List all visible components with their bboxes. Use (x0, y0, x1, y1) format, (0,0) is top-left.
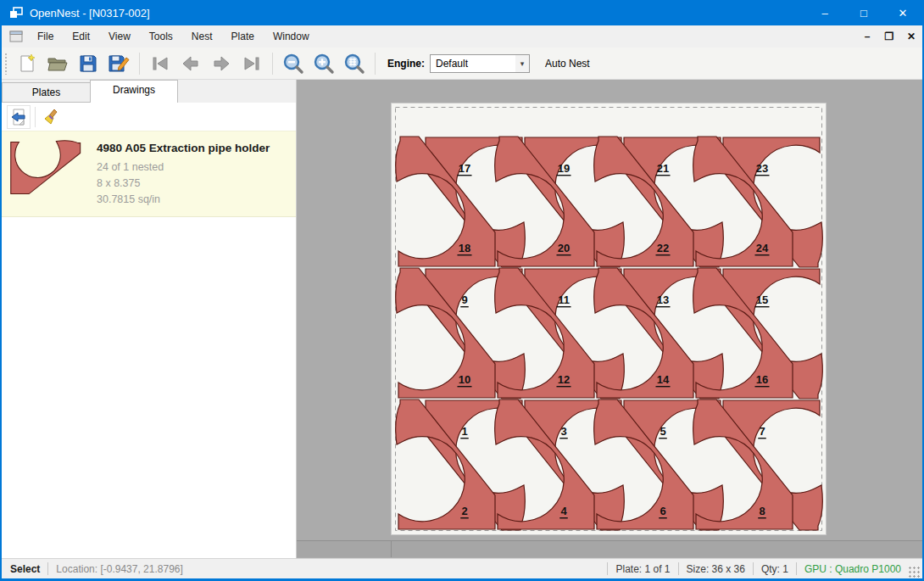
next-plate-button[interactable] (209, 51, 234, 76)
chevron-down-icon[interactable]: ▾ (515, 55, 529, 72)
clear-button[interactable] (40, 105, 64, 129)
status-gpu: GPU : Quadro P1000 (804, 563, 901, 575)
svg-text:2: 2 (461, 505, 467, 517)
menu-window[interactable]: Window (264, 26, 319, 47)
title-bar: OpenNest - [N0317-002] – □ ✕ (2, 0, 922, 25)
auto-nest-button[interactable]: Auto Nest (540, 54, 595, 73)
svg-text:11: 11 (558, 293, 570, 306)
svg-text:15: 15 (756, 293, 768, 306)
page-back-arrow-icon (9, 108, 28, 126)
drawing-nested-count: 24 of 1 nested (97, 159, 270, 176)
last-arrow-icon (242, 53, 262, 74)
mdi-child-icon (9, 31, 23, 42)
previous-plate-button[interactable] (178, 51, 203, 76)
mdi-close-button[interactable]: ✕ (900, 31, 922, 42)
maximize-button[interactable]: □ (844, 0, 883, 25)
close-button[interactable]: ✕ (883, 0, 922, 25)
svg-text:9: 9 (461, 293, 467, 306)
last-plate-button[interactable] (239, 51, 264, 76)
svg-text:24: 24 (756, 242, 769, 254)
menu-nest[interactable]: Nest (182, 26, 222, 47)
svg-text:7: 7 (759, 425, 765, 438)
new-file-icon (17, 53, 37, 74)
menu-bar: File Edit View Tools Nest Plate Window –… (2, 25, 922, 47)
return-part-button[interactable] (7, 105, 31, 129)
previous-arrow-icon (181, 53, 201, 74)
svg-text:10: 10 (459, 373, 470, 386)
zoom-in-button[interactable] (311, 51, 337, 76)
menu-edit[interactable]: Edit (63, 26, 99, 47)
statusbar-separator (607, 562, 608, 575)
drawing-size: 8 x 8.375 (97, 176, 270, 192)
save-as-icon (108, 53, 130, 74)
mdi-restore-button[interactable]: ❐ (878, 31, 900, 42)
open-folder-icon (47, 53, 69, 74)
statusbar-separator (47, 562, 48, 575)
sidebar-tabs: Plates Drawings (2, 80, 296, 103)
status-location: Location: [-0.9437, 21.8796] (56, 563, 182, 575)
toolbar-separator (35, 107, 36, 127)
zoom-fit-icon (343, 53, 365, 75)
save-as-button[interactable] (106, 51, 131, 76)
part-thumbnail (10, 140, 85, 199)
save-button[interactable] (75, 51, 101, 76)
status-bar: Select Location: [-0.9437, 21.8796] Plat… (2, 558, 922, 578)
svg-text:1: 1 (461, 425, 467, 438)
svg-text:18: 18 (459, 242, 470, 254)
toolbar-separator (375, 53, 376, 75)
zoom-out-button[interactable] (281, 51, 306, 76)
menu-tools[interactable]: Tools (140, 26, 182, 47)
svg-text:17: 17 (459, 162, 470, 175)
open-file-button[interactable] (45, 51, 70, 76)
minimize-button[interactable]: – (805, 0, 844, 25)
svg-text:23: 23 (756, 162, 768, 175)
status-mode: Select (10, 563, 40, 575)
status-size: Size: 36 x 36 (687, 563, 745, 575)
first-arrow-icon (150, 53, 170, 74)
svg-text:6: 6 (660, 505, 665, 517)
drawings-toolbar (2, 103, 296, 131)
drawing-title: 4980 A05 Extraction pipe holder (97, 142, 270, 154)
toolbar-grip (4, 53, 8, 75)
zoom-fit-button[interactable] (342, 51, 367, 76)
broom-icon (42, 108, 61, 126)
tab-plates[interactable]: Plates (2, 82, 90, 103)
status-plate: Plate: 1 of 1 (615, 563, 670, 575)
scrollbar-thumb-edge (391, 541, 392, 557)
mdi-minimize-button[interactable]: – (856, 31, 878, 42)
sidebar: Plates Drawings (2, 80, 297, 558)
svg-text:20: 20 (558, 242, 570, 254)
plate-view[interactable]: 171819202122232491011121314151612345678 (391, 103, 827, 535)
statusbar-separator (796, 562, 797, 575)
zoom-out-icon (282, 53, 304, 75)
menu-view[interactable]: View (99, 26, 140, 47)
drawing-list-item[interactable]: 4980 A05 Extraction pipe holder 24 of 1 … (2, 131, 296, 217)
toolbar-separator (139, 53, 140, 75)
svg-text:5: 5 (660, 425, 665, 438)
svg-text:19: 19 (558, 162, 570, 175)
zoom-in-icon (313, 53, 335, 75)
menu-file[interactable]: File (28, 26, 63, 47)
new-file-button[interactable] (14, 51, 40, 76)
nesting-canvas[interactable]: 171819202122232491011121314151612345678 (297, 80, 922, 558)
horizontal-scrollbar[interactable] (297, 540, 922, 557)
svg-text:22: 22 (657, 242, 669, 254)
statusbar-separator (753, 562, 754, 575)
resize-grip[interactable] (908, 566, 920, 578)
svg-text:13: 13 (657, 293, 669, 306)
svg-text:4: 4 (560, 505, 567, 517)
plate-drawing: 171819202122232491011121314151612345678 (392, 103, 826, 534)
save-icon (78, 53, 98, 74)
first-plate-button[interactable] (148, 51, 173, 76)
tab-drawings[interactable]: Drawings (90, 80, 178, 103)
svg-text:21: 21 (657, 162, 669, 175)
svg-text:3: 3 (560, 425, 566, 438)
menu-plate[interactable]: Plate (222, 26, 264, 47)
drawing-area: 30.7815 sq/in (97, 192, 270, 208)
statusbar-separator (678, 562, 679, 575)
main-toolbar: Engine: Default ▾ Auto Nest (2, 47, 922, 80)
engine-select[interactable]: Default ▾ (430, 54, 530, 73)
svg-text:8: 8 (759, 505, 765, 517)
window-title: OpenNest - [N0317-002] (30, 7, 150, 20)
engine-value: Default (436, 58, 468, 70)
